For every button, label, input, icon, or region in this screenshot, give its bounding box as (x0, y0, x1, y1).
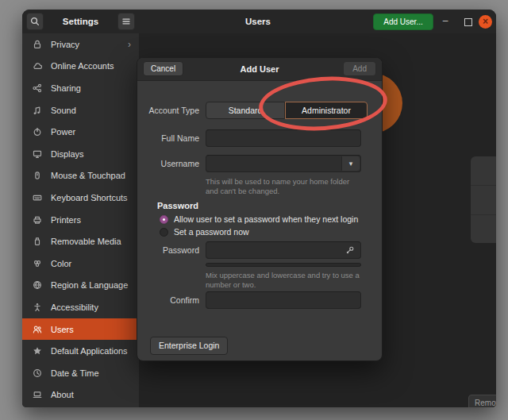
sidebar-item-mouse-touchpad[interactable]: Mouse & Touchpad (22, 165, 139, 187)
keyboard-icon (32, 192, 43, 203)
radio-unselected-icon (160, 228, 168, 237)
header-bar: Settings Users Add User... – × (22, 10, 496, 34)
enterprise-login-button[interactable]: Enterprise Login (150, 337, 228, 355)
maximize-button[interactable] (464, 18, 472, 26)
confirm-input[interactable] (206, 291, 361, 309)
sidebar-item-label: About (51, 390, 74, 399)
password-hint-text: Mix uppercase and lowercase and try to u… (206, 271, 363, 290)
sidebar-item-printers[interactable]: Printers (22, 209, 139, 231)
password-input[interactable] (206, 241, 361, 259)
sidebar: Privacy › Online Accounts Sharing Sound … (22, 33, 139, 407)
printer-icon (32, 214, 43, 225)
sidebar-item-about[interactable]: About (22, 384, 139, 407)
sidebar-item-region-language[interactable]: Region & Language (22, 275, 139, 297)
administrator-option[interactable]: Administrator (285, 102, 368, 119)
username-help-text: This will be used to name your home fold… (206, 177, 363, 196)
sidebar-item-label: Removable Media (51, 237, 121, 246)
star-icon (32, 345, 43, 356)
sidebar-item-sharing[interactable]: Sharing (22, 77, 139, 99)
sidebar-item-label: Online Accounts (51, 61, 114, 71)
sidebar-item-keyboard-shortcuts[interactable]: Keyboard Shortcuts (22, 187, 139, 209)
mouse-icon (32, 170, 43, 181)
drive-icon (32, 236, 43, 247)
account-type-group: Standard Administrator (206, 102, 364, 119)
settings-window: Settings Users Add User... – × Privacy ›… (22, 10, 496, 407)
account-type-label: Account Type (137, 106, 199, 115)
full-name-label: Full Name (137, 133, 199, 143)
password-row[interactable]: ••••• › (471, 156, 496, 186)
sidebar-item-label: Date & Time (51, 368, 99, 378)
accessibility-icon (32, 302, 43, 313)
password-section-heading: Password (157, 201, 198, 210)
username-dropdown-button[interactable]: ▾ (341, 156, 360, 171)
cancel-button[interactable]: Cancel (143, 61, 183, 76)
page-title: Users (139, 10, 377, 33)
sidebar-item-label: Sound (51, 106, 76, 115)
sidebar-item-label: Accessibility (51, 302, 98, 312)
sidebar-item-removable-media[interactable]: Removable Media (22, 230, 139, 252)
user-settings-card: ••••• › ged In › (471, 156, 496, 243)
hamburger-icon (121, 17, 131, 26)
username-input[interactable]: ▾ (206, 155, 361, 172)
sidebar-item-label: Sharing (51, 83, 81, 93)
share-icon (32, 83, 43, 94)
password-label: Password (137, 245, 199, 255)
monitor-icon (32, 148, 43, 160)
color-icon (32, 258, 43, 269)
radio-next-login-label: Allow user to set a password when they n… (174, 214, 358, 224)
remove-user-button[interactable]: Remove User... (468, 395, 496, 407)
confirm-label: Confirm (137, 295, 199, 305)
globe-icon (32, 279, 43, 291)
add-button[interactable]: Add (343, 61, 376, 76)
sidebar-item-sound[interactable]: Sound (22, 99, 139, 121)
logged-in-row[interactable]: ged In › (471, 215, 496, 244)
sidebar-item-label: Printers (51, 215, 81, 225)
sidebar-item-online-accounts[interactable]: Online Accounts (22, 56, 139, 78)
sidebar-item-label: Privacy (51, 40, 79, 49)
sidebar-item-label: Displays (51, 149, 84, 159)
dialog-header: Add User Cancel Add (137, 58, 382, 81)
sidebar-item-color[interactable]: Color (22, 252, 139, 275)
add-user-dialog: Add User Cancel Add Account Type Standar… (137, 57, 383, 361)
sidebar-item-default-applications[interactable]: Default Applications (22, 340, 139, 362)
sidebar-item-users[interactable]: Users (22, 318, 139, 341)
password-strength-bar (206, 263, 361, 267)
chevron-right-icon: › (128, 39, 131, 50)
automatic-login-row (471, 186, 496, 215)
close-button[interactable]: × (479, 15, 492, 29)
users-icon (32, 324, 43, 335)
sidebar-item-label: Region & Language (51, 280, 128, 290)
radio-set-now[interactable]: Set a password now (160, 227, 249, 237)
sidebar-item-label: Keyboard Shortcuts (51, 193, 128, 202)
sidebar-item-accessibility[interactable]: Accessibility (22, 296, 139, 318)
sidebar-item-privacy[interactable]: Privacy › (22, 33, 139, 56)
sidebar-item-label: Default Applications (51, 346, 128, 356)
add-user-button[interactable]: Add User... (373, 13, 433, 30)
minimize-button[interactable]: – (437, 10, 454, 33)
power-icon (32, 126, 43, 137)
sidebar-item-displays[interactable]: Displays (22, 143, 139, 165)
music-note-icon (32, 105, 43, 116)
sidebar-item-power[interactable]: Power (22, 121, 139, 143)
radio-set-now-label: Set a password now (174, 227, 249, 237)
header-left: Settings (22, 10, 139, 33)
sidebar-item-date-time[interactable]: Date & Time (22, 362, 139, 384)
standard-option[interactable]: Standard (206, 102, 285, 119)
menu-button[interactable] (117, 13, 135, 30)
full-name-input[interactable] (206, 129, 361, 147)
radio-selected-icon (160, 215, 168, 224)
sidebar-item-label: Power (51, 127, 75, 137)
generate-password-icon[interactable] (344, 245, 355, 256)
lock-icon (32, 39, 43, 50)
sidebar-item-label: Mouse & Touchpad (51, 171, 125, 180)
sidebar-item-label: Color (51, 259, 71, 268)
sidebar-item-label: Users (51, 325, 74, 334)
laptop-icon (32, 389, 43, 400)
username-label: Username (137, 159, 199, 168)
radio-next-login[interactable]: Allow user to set a password when they n… (160, 214, 358, 224)
clock-icon (32, 368, 43, 379)
cloud-icon (32, 60, 43, 71)
